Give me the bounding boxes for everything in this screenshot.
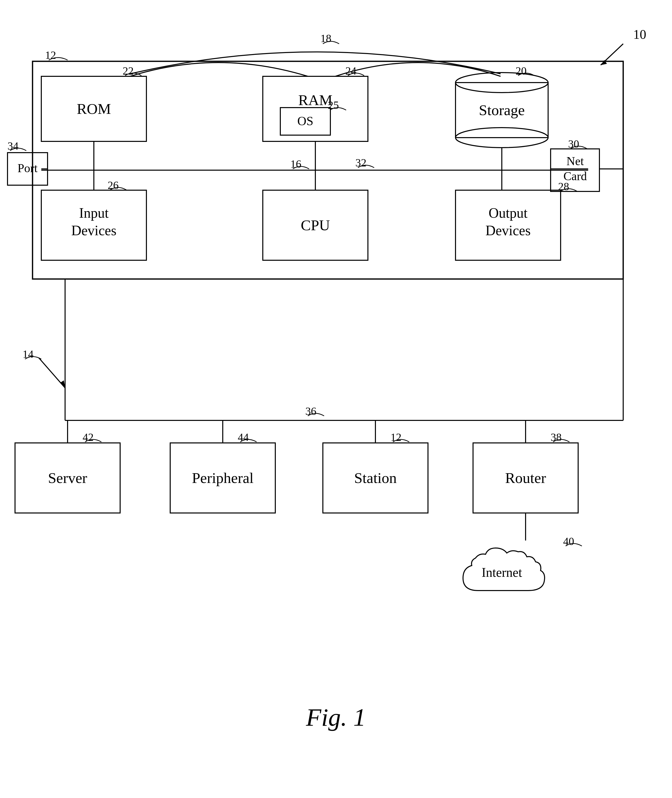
ref-28: 28 — [558, 181, 569, 193]
ref-30: 30 — [568, 138, 579, 150]
ref-44: 44 — [238, 431, 249, 443]
ref-20: 20 — [515, 65, 526, 77]
input-label-1: Input — [79, 205, 109, 221]
fig-label: Fig. 1 — [306, 704, 366, 731]
ref-26: 26 — [108, 179, 118, 192]
ref-14-label: 14 — [22, 348, 34, 360]
cpu-label: CPU — [301, 217, 330, 233]
ref-18-label: 18 — [320, 32, 331, 45]
port-label: Port — [18, 162, 38, 175]
server-label: Server — [48, 470, 87, 486]
ref-38: 38 — [550, 431, 562, 443]
ref-42: 42 — [83, 431, 94, 443]
netcard-label-1: Net — [566, 154, 584, 168]
ref-25: 25 — [328, 99, 339, 111]
internet-cloud: Internet — [463, 548, 545, 590]
ref-32: 32 — [355, 157, 366, 169]
station-label: Station — [354, 470, 397, 486]
ref-34: 34 — [8, 140, 19, 152]
svg-text:Internet: Internet — [482, 565, 522, 579]
storage-label: Storage — [479, 102, 525, 118]
ref-22: 22 — [123, 65, 134, 77]
ref-10: 10 — [633, 27, 646, 42]
output-label-2: Devices — [486, 223, 531, 238]
rom-label: ROM — [77, 101, 111, 117]
ram-label: RAM — [298, 92, 333, 108]
output-label-1: Output — [488, 205, 528, 221]
peripheral-label: Peripheral — [192, 470, 254, 486]
svg-marker-14 — [60, 381, 65, 388]
ref-16: 16 — [290, 158, 301, 170]
ref-36: 36 — [306, 405, 316, 417]
diagram-container: 10 12 18 ROM 22 RAM 24 OS — [0, 0, 672, 798]
router-label: Router — [505, 470, 546, 486]
os-label: OS — [297, 114, 314, 128]
ref-12-station: 12 — [390, 431, 402, 443]
input-label-2: Devices — [71, 223, 116, 238]
ref-24: 24 — [346, 65, 357, 77]
ref-40: 40 — [563, 535, 574, 547]
ram-box — [263, 76, 368, 141]
